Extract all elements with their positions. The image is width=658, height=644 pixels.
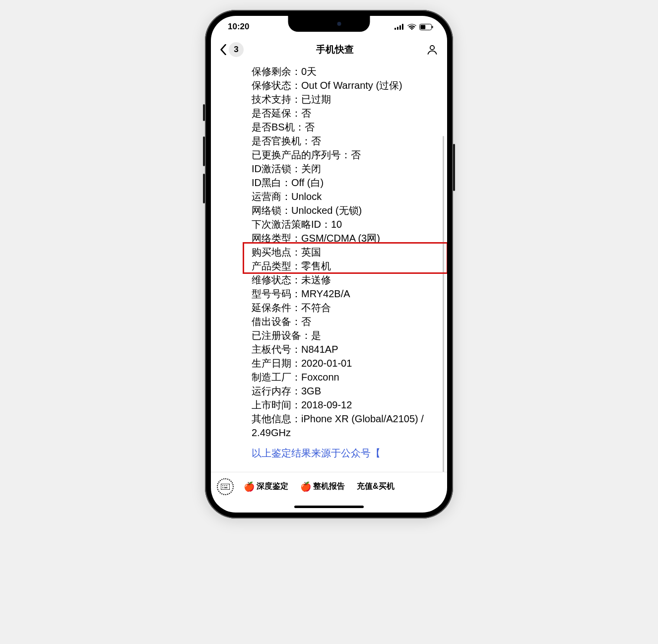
info-key: 是否官换机： — [252, 135, 311, 146]
info-key: 网络类型： — [252, 233, 301, 244]
info-value: 关闭 — [301, 163, 321, 174]
info-value: GSM/CDMA (3网) — [301, 233, 380, 244]
info-row: 运营商：Unlock — [252, 190, 438, 203]
info-row: 技术支持：已过期 — [252, 92, 438, 106]
info-row: 主板代号：N841AP — [252, 342, 438, 356]
svg-rect-1 — [397, 27, 398, 30]
info-key: ID激活锁： — [252, 163, 301, 174]
info-row: 运行内存：3GB — [252, 384, 438, 398]
info-value: 未送修 — [301, 274, 331, 285]
info-value: MRY42B/A — [301, 288, 350, 299]
source-note[interactable]: 以上鉴定结果来源于公众号【 — [252, 447, 438, 460]
bottom-tab-bar: 🍎 深度鉴定 🍎 整机报告 充值&买机 — [211, 472, 447, 501]
info-value: 否 — [301, 316, 311, 327]
info-key: ID黑白： — [252, 177, 291, 188]
svg-point-11 — [226, 485, 227, 486]
info-value: 10 — [331, 219, 342, 230]
svg-rect-13 — [224, 487, 228, 488]
info-value: 3GB — [301, 386, 321, 396]
info-value: 已过期 — [301, 94, 331, 105]
svg-point-7 — [430, 46, 434, 50]
info-row: 保修状态：Out Of Warranty (过保) — [252, 78, 438, 92]
mute-switch — [203, 104, 205, 121]
info-value: 否 — [301, 108, 311, 119]
info-key: 延保条件： — [252, 302, 301, 313]
nav-bar: 3 手机快查 — [211, 38, 447, 62]
info-key: 保修剩余： — [252, 66, 301, 77]
phone-screen: 10:20 — [211, 16, 447, 513]
info-key: 制造工厂： — [252, 372, 301, 383]
info-key: 运营商： — [252, 191, 291, 202]
info-key: 保修状态： — [252, 80, 301, 91]
info-value: 否 — [305, 122, 315, 132]
content-area[interactable]: 保修剩余：0天保修状态：Out Of Warranty (过保)技术支持：已过期… — [211, 62, 447, 472]
tab-recharge-buy[interactable]: 充值&买机 — [352, 478, 399, 495]
info-key: 借出设备： — [252, 316, 301, 327]
info-key: 是否延保： — [252, 108, 301, 119]
info-key: 购买地点： — [252, 247, 301, 258]
info-value: 是 — [311, 330, 321, 341]
info-row: 是否延保：否 — [252, 106, 438, 120]
info-key: 技术支持： — [252, 94, 301, 105]
info-value: 2020-01-01 — [301, 358, 352, 369]
info-row: 已更换产品的序列号：否 — [252, 148, 438, 162]
info-key: 已注册设备： — [252, 330, 311, 341]
svg-rect-0 — [395, 28, 396, 30]
svg-point-9 — [222, 485, 223, 486]
profile-icon[interactable] — [426, 44, 438, 56]
volume-down-button — [203, 174, 205, 203]
info-key: 下次激活策略ID： — [252, 219, 331, 230]
info-key: 维修状态： — [252, 274, 301, 285]
svg-rect-5 — [420, 25, 425, 29]
info-key: 型号号码： — [252, 288, 301, 299]
cellular-signal-icon — [395, 24, 404, 30]
info-row: 是否官换机：否 — [252, 134, 438, 148]
svg-rect-3 — [402, 24, 403, 30]
back-count-badge[interactable]: 3 — [229, 42, 244, 57]
svg-rect-6 — [432, 26, 433, 28]
tab-label: 整机报告 — [313, 481, 345, 492]
info-value: Off (白) — [291, 177, 324, 188]
tab-label: 充值&买机 — [357, 481, 395, 492]
info-row: 已注册设备：是 — [252, 328, 438, 342]
info-value: 英国 — [301, 247, 321, 258]
apple-icon: 🍎 — [300, 481, 311, 492]
info-row: ID黑白：Off (白) — [252, 176, 438, 190]
info-key: 上市时间： — [252, 399, 301, 410]
keyboard-icon[interactable] — [217, 478, 234, 495]
info-key: 网络锁： — [252, 205, 291, 216]
info-row: 其他信息：iPhone XR (Global/A2105) / 2.49GHz — [252, 412, 438, 440]
phone-frame: 10:20 — [205, 10, 453, 518]
info-value: 零售机 — [301, 260, 331, 271]
info-row: 产品类型：零售机 — [252, 259, 438, 273]
info-value: 2018-09-12 — [301, 399, 352, 410]
back-button[interactable] — [220, 44, 227, 55]
svg-point-12 — [222, 487, 223, 488]
tab-deep-check[interactable]: 🍎 深度鉴定 — [239, 478, 293, 495]
info-value: N841AP — [301, 344, 338, 355]
info-key: 已更换产品的序列号： — [252, 149, 351, 160]
info-key: 是否BS机： — [252, 122, 305, 132]
tab-label: 深度鉴定 — [257, 481, 288, 492]
info-value: 否 — [351, 149, 361, 160]
info-row: 网络锁：Unlocked (无锁) — [252, 203, 438, 217]
tab-full-report[interactable]: 🍎 整机报告 — [295, 478, 350, 495]
home-indicator[interactable] — [211, 501, 447, 513]
info-value: Foxconn — [301, 372, 339, 383]
info-row: ID激活锁：关闭 — [252, 162, 438, 176]
scrollbar[interactable] — [443, 136, 444, 472]
info-value: 0天 — [301, 66, 317, 77]
page-title: 手机快查 — [316, 43, 354, 56]
info-value: 不符合 — [301, 302, 331, 313]
info-row: 是否BS机：否 — [252, 120, 438, 134]
info-row: 生产日期：2020-01-01 — [252, 356, 438, 370]
info-row: 延保条件：不符合 — [252, 301, 438, 315]
wifi-icon — [407, 24, 416, 30]
battery-icon — [419, 24, 433, 30]
info-key: 产品类型： — [252, 260, 301, 271]
info-row: 保修剩余：0天 — [252, 64, 438, 78]
info-row: 购买地点：英国 — [252, 245, 438, 259]
svg-rect-2 — [399, 25, 401, 30]
info-row: 维修状态：未送修 — [252, 273, 438, 287]
info-value: Unlocked (无锁) — [291, 205, 362, 216]
